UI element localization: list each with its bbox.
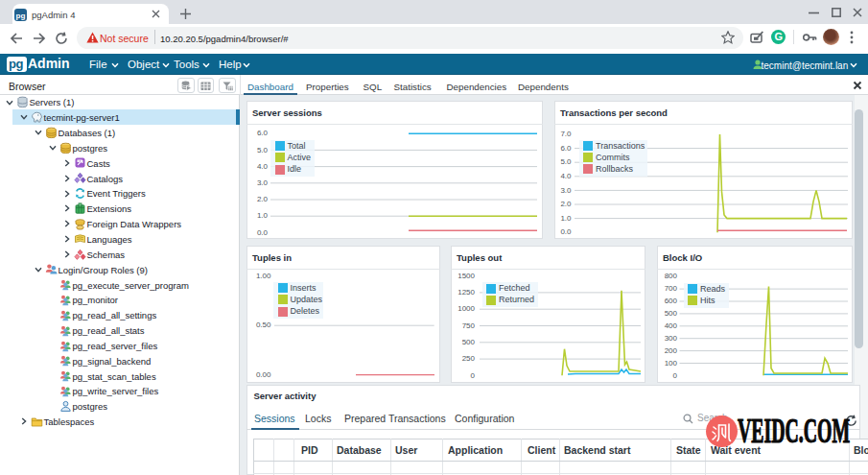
svg-text:pg: pg: [16, 12, 26, 20]
